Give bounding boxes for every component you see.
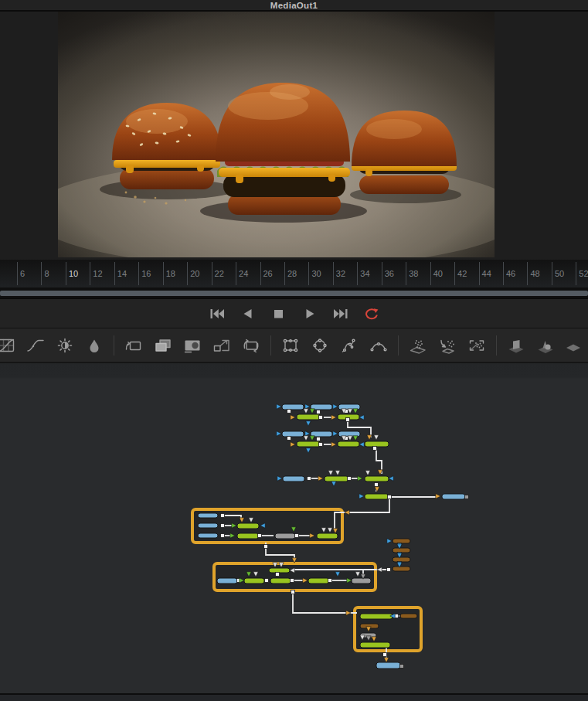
ruler-tick: 12 (90, 260, 113, 288)
transport-bar (0, 298, 588, 328)
node-port-arrow (291, 442, 295, 447)
node-port (346, 418, 350, 422)
node-green[interactable] (360, 642, 390, 648)
node-green[interactable] (317, 533, 338, 539)
ruler-tick: 16 (138, 260, 161, 288)
matte-control-icon[interactable] (182, 337, 202, 354)
node-blue[interactable] (282, 404, 304, 410)
node-port-arrow (359, 415, 364, 420)
blur-icon[interactable] (84, 337, 104, 354)
node-blue[interactable] (198, 533, 218, 538)
toolbar-separator (270, 335, 271, 356)
p-emitter-icon[interactable] (408, 337, 428, 354)
transform-image-icon[interactable] (124, 337, 144, 354)
node-port-arrow (345, 510, 349, 515)
ruler-tick: 38 (406, 260, 429, 288)
horizontal-scrollbar[interactable] (0, 288, 588, 298)
node-port-arrow (306, 421, 311, 426)
node-port (317, 437, 321, 441)
resize-icon[interactable] (212, 337, 232, 354)
ruler-tick: 34 (357, 260, 380, 288)
node-group-box[interactable] (214, 563, 376, 590)
node-port (221, 534, 225, 538)
node-port-arrow (353, 409, 358, 413)
node-green[interactable] (244, 578, 264, 584)
node-blue[interactable] (282, 431, 304, 437)
node-green[interactable] (360, 614, 393, 619)
image-plane-3d-icon[interactable] (506, 337, 526, 354)
loop-button[interactable] (362, 307, 381, 321)
hue-curves-icon[interactable] (25, 337, 46, 354)
node-green[interactable] (270, 578, 291, 584)
node-port-arrow (333, 431, 338, 436)
ruler-tick: 48 (527, 260, 550, 288)
node-blue[interactable] (442, 494, 465, 499)
timeline-ruler[interactable]: 6810121416182022242628303234363840424446… (0, 260, 588, 288)
node-green[interactable] (297, 441, 321, 447)
node-blue[interactable] (198, 523, 218, 528)
node-port (388, 495, 392, 499)
node-port-arrow (333, 404, 338, 409)
merge-3d-icon[interactable] (565, 337, 585, 354)
ellipse-mask-icon[interactable] (310, 337, 330, 354)
node-brown[interactable] (393, 567, 410, 571)
shape-3d-icon[interactable] (535, 337, 556, 354)
node-blue[interactable] (198, 513, 218, 518)
node-editor[interactable] (0, 362, 588, 695)
node-brown[interactable] (393, 539, 410, 543)
node-port (291, 590, 295, 594)
play-reverse-button[interactable] (239, 307, 257, 321)
p-render-icon[interactable] (467, 337, 487, 354)
transform-rotate-icon[interactable] (241, 337, 261, 354)
node-green[interactable] (237, 533, 259, 539)
node-port (221, 524, 225, 528)
color-curves-icon[interactable] (0, 337, 16, 354)
node-green[interactable] (297, 414, 321, 420)
node-green[interactable] (269, 568, 290, 573)
node-port-arrow (310, 436, 314, 441)
go-to-last-frame-button[interactable] (331, 307, 350, 321)
node-blue[interactable] (376, 662, 400, 669)
play-forward-button[interactable] (301, 307, 319, 321)
merge-icon[interactable] (153, 337, 173, 354)
node-port-arrow (436, 494, 440, 499)
ruler-tick: 10 (66, 260, 89, 288)
polygon-mask-icon[interactable] (339, 337, 359, 354)
viewer-image (58, 12, 495, 257)
node-port (317, 410, 321, 414)
node-port (265, 579, 269, 583)
node-port-arrow (310, 409, 314, 413)
node-port (291, 579, 294, 583)
node-port-arrow (346, 611, 351, 615)
p-merge-icon[interactable] (437, 337, 457, 354)
node-gray[interactable] (352, 578, 371, 584)
node-wire (293, 590, 357, 613)
node-gray[interactable] (275, 533, 295, 539)
ruler-tick: 30 (308, 260, 331, 288)
viewer-panel[interactable] (0, 12, 588, 260)
go-to-first-frame-button[interactable] (208, 307, 226, 321)
node-brown[interactable] (400, 614, 417, 618)
viewer-title-bar: MediaOut1 (0, 0, 588, 12)
bspline-mask-icon[interactable] (369, 337, 389, 354)
rectangle-mask-icon[interactable] (280, 337, 301, 354)
stop-button[interactable] (270, 307, 288, 321)
ruler-tick: 52 (576, 260, 588, 288)
node-green[interactable] (365, 494, 389, 499)
brightness-contrast-icon[interactable] (55, 337, 75, 354)
node-green[interactable] (365, 476, 389, 482)
node-green[interactable] (308, 578, 329, 584)
node-brown[interactable] (393, 548, 410, 553)
node-green[interactable] (325, 476, 348, 482)
node-blue[interactable] (283, 476, 304, 482)
node-green[interactable] (365, 441, 389, 447)
scrollbar-thumb[interactable] (0, 291, 588, 296)
ruler-tick: 14 (114, 260, 138, 288)
node-blue[interactable] (217, 578, 237, 584)
node-port (287, 410, 291, 413)
node-port-arrow (374, 435, 379, 440)
node-green[interactable] (338, 441, 359, 447)
node-green[interactable] (237, 523, 259, 529)
node-brown[interactable] (393, 557, 410, 562)
node-port (287, 437, 291, 441)
